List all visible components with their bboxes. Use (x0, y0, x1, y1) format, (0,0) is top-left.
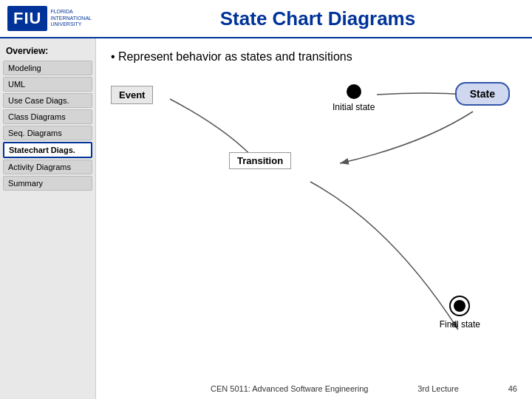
state-box: State (455, 82, 510, 106)
footer-slide-number: 46 (508, 384, 517, 393)
sidebar-item-use-case-diags[interactable]: Use Case Diags. (3, 93, 92, 108)
sidebar-item-class-diagrams[interactable]: Class Diagrams (3, 109, 92, 124)
sidebar-item-summary[interactable]: Summary (3, 176, 92, 191)
bullet-text: • Represent behavior as states and trans… (111, 50, 517, 64)
sidebar-item-modeling[interactable]: Modeling (3, 61, 92, 75)
page-title: State Chart Diagrams (111, 7, 525, 30)
sidebar-item-activity-diagrams[interactable]: Activity Diagrams (3, 160, 92, 174)
initial-state-label: Initial state (332, 102, 375, 112)
final-state-inner-circle (454, 300, 466, 312)
footer-course: CEN 5011: Advanced Software Engineering (211, 384, 368, 393)
final-state-label: Final state (440, 319, 480, 330)
logo-subtitle: FLORIDA INTERNATIONAL UNIVERSITY (50, 9, 95, 27)
sidebar-item-statechart-diags[interactable]: Statechart Diags. (3, 142, 92, 158)
header: FIU FLORIDA INTERNATIONAL UNIVERSITY Sta… (0, 0, 532, 38)
footer: CEN 5011: Advanced Software Engineering … (196, 384, 532, 393)
event-box: Event (111, 86, 153, 104)
content-area: • Represent behavior as states and trans… (96, 38, 532, 399)
main-layout: Overview: Modeling UML Use Case Diags. C… (0, 38, 532, 399)
sidebar-item-seq-diagrams[interactable]: Seq. Diagrams (3, 126, 92, 140)
sidebar-section-overview: Overview: (3, 44, 92, 58)
logo: FIU (7, 6, 47, 31)
final-state: Final state (440, 296, 480, 330)
logo-area: FIU FLORIDA INTERNATIONAL UNIVERSITY (7, 6, 111, 31)
initial-state: Initial state (332, 84, 375, 112)
diagram-area: Event Initial state State Transition Fin… (111, 78, 517, 344)
initial-state-circle (347, 84, 361, 99)
final-state-outer-circle (449, 296, 470, 316)
footer-lecture: 3rd Lecture (417, 384, 459, 393)
transition-label: Transition (229, 152, 291, 169)
sidebar-item-uml[interactable]: UML (3, 77, 92, 92)
sidebar: Overview: Modeling UML Use Case Diags. C… (0, 38, 96, 399)
